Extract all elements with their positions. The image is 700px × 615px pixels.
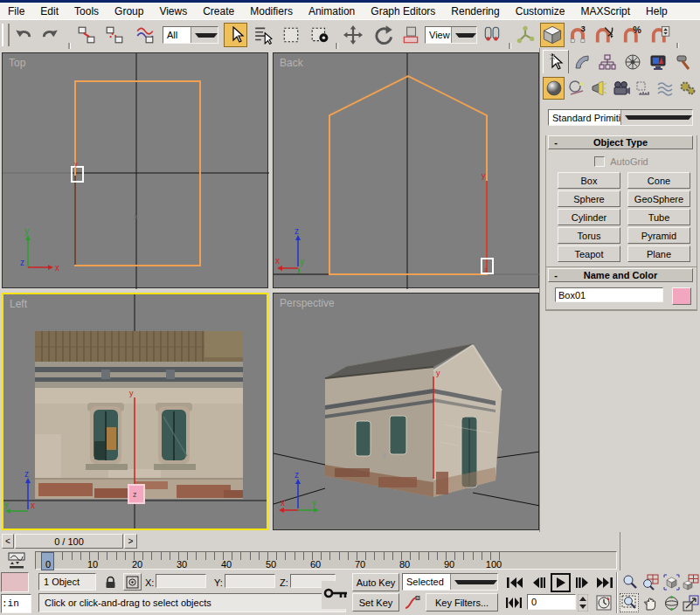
tab-modify[interactable]	[569, 50, 594, 73]
tab-utilities[interactable]	[670, 50, 696, 73]
arc-rotate-button[interactable]	[662, 593, 681, 612]
selection-lock-button[interactable]	[102, 574, 119, 591]
region-zoom-button[interactable]	[620, 593, 639, 612]
open-mini-curve-editor-button[interactable]	[3, 551, 30, 570]
select-and-rotate-button[interactable]	[371, 24, 395, 46]
time-slider-track[interactable]: < 0 / 100 >	[0, 532, 620, 551]
track-bar-ruler[interactable]: 0 10 20 30 40 50 60 70 80 90 100	[35, 551, 617, 570]
key-filters-button[interactable]: Key Filters...	[426, 593, 498, 612]
zoom-extents-button[interactable]	[662, 572, 681, 591]
viewport-perspective-label[interactable]: Perspective	[280, 297, 335, 309]
select-and-move-button[interactable]	[341, 24, 365, 46]
rectangular-selection-region-button[interactable]	[280, 24, 302, 46]
key-mode-dropdown[interactable]: Selected	[402, 573, 498, 591]
object-color-swatch[interactable]	[672, 287, 691, 305]
systems-button[interactable]	[677, 77, 698, 100]
pan-button[interactable]	[641, 593, 660, 612]
next-frame-button[interactable]	[573, 574, 593, 591]
object-button-tube[interactable]: Tube	[627, 209, 690, 225]
shapes-button[interactable]	[565, 77, 586, 100]
auto-key-button[interactable]: Auto Key	[352, 573, 399, 591]
dropdown-arrow-icon[interactable]	[450, 574, 498, 590]
menu-animation[interactable]: Animation	[301, 3, 363, 19]
viewport-top-label[interactable]: Top	[9, 57, 25, 69]
object-button-pyramid[interactable]: Pyramid	[627, 227, 690, 244]
track-bar[interactable]: 0 10 20 30 40 50 60 70 80 90 100	[0, 550, 620, 571]
time-slider-handle[interactable]: 0 / 100	[15, 534, 123, 549]
menu-create[interactable]: Create	[195, 3, 242, 19]
rollout-collapse-icon[interactable]: -	[549, 270, 563, 280]
rollout-collapse-icon[interactable]: -	[549, 137, 563, 148]
menu-views[interactable]: Views	[151, 3, 195, 19]
set-key-button[interactable]: Set Key	[352, 593, 399, 612]
menu-modifiers[interactable]: Modifiers	[242, 3, 301, 19]
menu-maxscript[interactable]: MAXScript	[572, 3, 638, 19]
zoom-all-button[interactable]	[641, 572, 660, 591]
tab-create[interactable]	[543, 50, 569, 73]
select-and-scale-button[interactable]	[400, 24, 421, 46]
go-to-start-button[interactable]	[503, 574, 526, 591]
tab-hierarchy[interactable]	[594, 50, 620, 73]
go-to-end-button[interactable]	[593, 574, 616, 591]
snaps-toggle-button[interactable]	[540, 23, 565, 47]
unlink-selection-button[interactable]	[103, 24, 126, 46]
menu-graph-editors[interactable]: Graph Editors	[363, 3, 443, 19]
viewport-perspective[interactable]: Perspective	[273, 293, 539, 530]
selection-filter-dropdown[interactable]: All	[163, 26, 218, 44]
use-center-button[interactable]	[481, 24, 503, 46]
menu-rendering[interactable]: Rendering	[443, 3, 507, 19]
zoom-extents-all-button[interactable]	[682, 572, 700, 591]
dropdown-arrow-icon[interactable]	[451, 27, 477, 43]
window-crossing-button[interactable]	[308, 24, 332, 46]
zoom-button[interactable]	[620, 572, 639, 591]
select-and-link-button[interactable]	[75, 24, 98, 46]
geometry-button[interactable]	[543, 77, 565, 100]
spacewarps-button[interactable]	[655, 77, 676, 100]
object-button-box[interactable]: Box	[558, 172, 620, 189]
undo-button[interactable]	[12, 24, 35, 46]
menu-customize[interactable]: Customize	[508, 3, 573, 19]
time-slider-prev-button[interactable]: <	[2, 534, 14, 549]
set-keys-button[interactable]	[322, 581, 351, 609]
viewport-back-label[interactable]: Back	[280, 57, 303, 69]
object-button-torus[interactable]: Torus	[558, 227, 620, 244]
angle-snap-button[interactable]	[593, 24, 615, 46]
helpers-button[interactable]	[633, 77, 654, 100]
viewport-left[interactable]: Left	[2, 293, 268, 530]
coord-system-dropdown[interactable]: View	[425, 26, 477, 44]
dropdown-arrow-icon[interactable]	[620, 110, 693, 125]
cameras-button[interactable]	[610, 77, 631, 100]
object-name-field[interactable]	[555, 287, 663, 302]
bind-to-spacewarp-button[interactable]	[133, 24, 157, 46]
snap-3d-button[interactable]: 3	[566, 24, 589, 46]
key-mode-toggle-button[interactable]	[503, 594, 524, 612]
menu-file[interactable]: File	[0, 3, 32, 19]
time-slider-next-button[interactable]: >	[124, 534, 137, 549]
select-by-name-button[interactable]	[252, 24, 274, 46]
select-object-button[interactable]	[224, 23, 247, 47]
menu-tools[interactable]: Tools	[66, 3, 107, 19]
percent-snap-button[interactable]: %	[620, 24, 643, 46]
object-button-sphere[interactable]: Sphere	[558, 190, 620, 207]
previous-frame-button[interactable]	[529, 574, 548, 591]
viewport-top[interactable]: Top y y x z x	[2, 52, 268, 288]
listener-macro-line[interactable]	[1, 572, 29, 592]
spinner-snap-button[interactable]	[648, 24, 671, 46]
object-button-geosphere[interactable]: GeoSphere	[627, 190, 690, 207]
object-button-teapot[interactable]: Teapot	[558, 245, 620, 262]
menu-help[interactable]: Help	[638, 3, 676, 19]
default-tangent-button[interactable]	[402, 593, 423, 612]
menu-edit[interactable]: Edit	[32, 3, 66, 19]
play-animation-button[interactable]	[551, 573, 571, 592]
viewport-left-label[interactable]: Left	[10, 298, 27, 310]
primitive-category-dropdown[interactable]: Standard Primitives	[548, 109, 693, 126]
min-max-toggle-button[interactable]	[682, 593, 700, 612]
listener-input-line[interactable]: :in	[1, 594, 31, 613]
autogrid-checkbox[interactable]	[594, 156, 605, 167]
object-button-cylinder[interactable]: Cylinder	[558, 209, 620, 225]
object-button-plane[interactable]: Plane	[627, 245, 690, 262]
tab-motion[interactable]	[620, 50, 645, 73]
lights-button[interactable]	[588, 77, 609, 100]
menu-group[interactable]: Group	[107, 3, 151, 19]
current-frame-field[interactable]	[527, 594, 576, 610]
